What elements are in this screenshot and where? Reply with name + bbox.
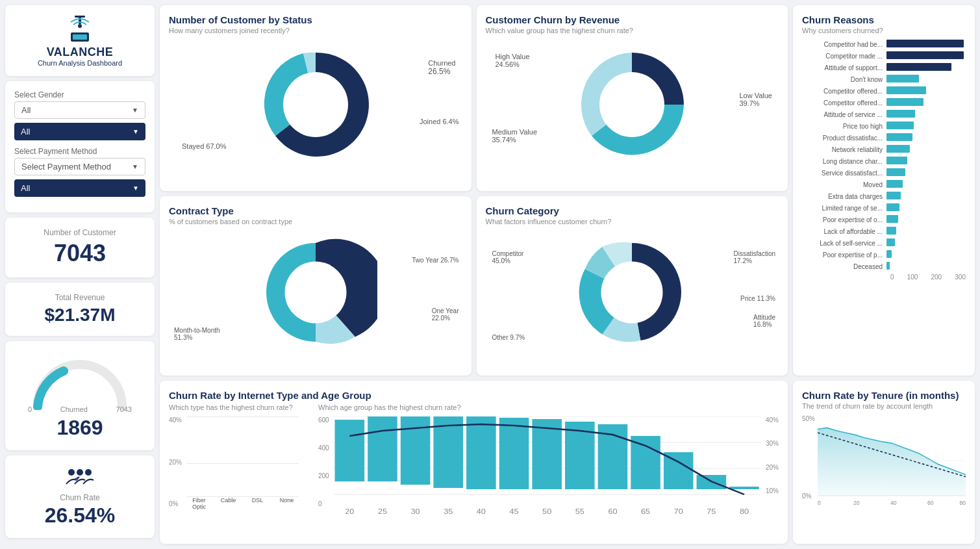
- joined-pct-label: Joined 6.4%: [420, 118, 459, 125]
- dissatisfaction-label: Dissatisfaction17.2%: [734, 250, 775, 264]
- bar-row: Price too high: [802, 121, 966, 131]
- bar-row: Poor expertise of p...: [802, 250, 966, 259]
- svg-rect-20: [466, 416, 496, 489]
- gauge-min: 0: [28, 405, 32, 413]
- grid-line-top: [187, 416, 299, 417]
- gauge-svg: [28, 351, 132, 410]
- churn-tenure-card: Churn Rate by Tenure (in months) The tre…: [793, 381, 975, 544]
- bar-row: Lack of affordable ...: [802, 227, 966, 236]
- gender-filter-label: Select Gender: [14, 90, 145, 99]
- logo-icon: [66, 14, 94, 43]
- bar-label: Poor expertise of o...: [802, 216, 886, 223]
- revenue-metric-card: Total Revenue $21.37M: [5, 283, 155, 336]
- contract-type-card: Contract Type % of customers based on co…: [160, 196, 471, 376]
- tenure-title: Churn Rate by Tenure (in months): [802, 390, 966, 401]
- bar-track: [886, 121, 966, 131]
- churn-rate-icon: [16, 466, 144, 493]
- bar-row: Network reliability: [802, 145, 966, 154]
- bar-fill: [886, 157, 907, 164]
- high-value-label: High Value24.56%: [496, 53, 530, 68]
- bar-fill: [886, 98, 923, 106]
- bar-track: [886, 227, 966, 236]
- grid-line-mid: [187, 463, 299, 464]
- bar-fill: [886, 121, 914, 129]
- svg-point-2: [78, 24, 82, 28]
- bar-fill: [886, 180, 903, 188]
- logo-card: VALANCHE Churn Analysis Dashboard: [5, 5, 155, 76]
- gender-value: All: [21, 105, 31, 115]
- stayed-pct-label: Stayed 67.0%: [182, 142, 227, 150]
- bar-row: Competitor made ...: [802, 51, 966, 60]
- bar-row: Attitude of service ...: [802, 110, 966, 119]
- bar-row: Competitor offered...: [802, 86, 966, 96]
- bar-row: Limited range of se...: [802, 203, 966, 212]
- payment-select-dark[interactable]: All ▼: [14, 179, 145, 197]
- bar-track: [886, 203, 966, 212]
- other-label: Other 9.7%: [492, 334, 525, 341]
- bar-fill: [886, 238, 895, 246]
- bar-fill: [886, 250, 892, 258]
- bar-row: Attitude of support...: [802, 63, 966, 72]
- churn-reasons-bars: Competitor had be...Competitor made ...A…: [802, 40, 966, 281]
- cable-label: Cable: [216, 497, 240, 510]
- one-year-label: One Year22.0%: [432, 307, 459, 322]
- revenue-label: Total Revenue: [16, 293, 144, 302]
- svg-point-7: [85, 469, 92, 476]
- churn-cat-subtitle: What factors influence customer churn?: [486, 218, 779, 225]
- bar-track: [886, 51, 966, 60]
- contract-title: Contract Type: [169, 205, 462, 216]
- bar-label: Competitor offered...: [802, 88, 886, 95]
- bar-label: Price too high: [802, 123, 886, 130]
- bar-label: Deceased: [802, 263, 886, 270]
- churn-category-card: Churn Category What factors influence cu…: [477, 196, 788, 376]
- churned-pct-label: Churned26.5%: [428, 59, 455, 76]
- bar-track: [886, 86, 966, 96]
- bar-label: Service dissatisfact...: [802, 170, 886, 177]
- bar-label: Extra data charges: [802, 193, 886, 200]
- gender-select[interactable]: All ▼: [14, 101, 145, 119]
- age-y-axis-left: 600 400 200 0: [318, 416, 331, 507]
- payment-label-text: Select Payment Method: [21, 162, 111, 172]
- gender-chevron-icon: ▼: [132, 107, 138, 114]
- bar-fill: [886, 51, 964, 59]
- payment-filter-label: Select Payment Method: [14, 147, 145, 156]
- svg-text:55: 55: [575, 508, 584, 515]
- churn-reasons-card: Churn Reasons Why customers churned? Com…: [793, 5, 975, 376]
- svg-rect-25: [631, 436, 660, 489]
- contract-donut: [254, 231, 377, 354]
- bar-label: Attitude of support...: [802, 64, 886, 71]
- bar-row: Poor expertise of o...: [802, 215, 966, 224]
- internet-bars-container: FiberOptic Cable DSL None: [187, 416, 299, 510]
- bar-row: Product dissatisfac...: [802, 133, 966, 142]
- internet-x-labels: FiberOptic Cable DSL None: [187, 497, 299, 510]
- customers-value: 7043: [16, 240, 144, 267]
- bar-row: Competitor had be...: [802, 40, 966, 49]
- bar-row: Long distance char...: [802, 157, 966, 166]
- tenure-subtitle: The trend of churn rate by account lengt…: [802, 402, 966, 410]
- customers-status-donut: [251, 40, 381, 170]
- gender-select-dark[interactable]: All ▼: [14, 123, 145, 140]
- svg-text:80: 80: [740, 508, 749, 515]
- bar-label: Poor expertise of p...: [802, 251, 886, 259]
- bar-fill: [886, 40, 964, 47]
- bar-fill: [886, 75, 919, 83]
- svg-rect-21: [499, 418, 529, 489]
- svg-text:40: 40: [890, 499, 897, 506]
- bar-track: [886, 180, 966, 189]
- bar-label: Lack of affordable ...: [802, 228, 886, 235]
- bar-track: [886, 168, 966, 177]
- month-month-label: Month-to-Month51.3%: [174, 327, 220, 341]
- bar-fill: [886, 168, 905, 176]
- churn-by-revenue-card: Customer Churn by Revenue Which value gr…: [477, 5, 788, 191]
- payment-select[interactable]: Select Payment Method ▼: [14, 158, 145, 175]
- bar-track: [886, 215, 966, 224]
- bar-row: Service dissatisfact...: [802, 168, 966, 177]
- svg-text:60: 60: [927, 499, 934, 506]
- svg-point-11: [601, 262, 663, 324]
- two-year-label: Two Year 26.7%: [412, 257, 459, 264]
- svg-text:0: 0: [818, 499, 821, 506]
- svg-text:25: 25: [378, 508, 387, 515]
- svg-text:60: 60: [608, 508, 617, 515]
- gender-all-value: All: [21, 127, 30, 136]
- dsl-label: DSL: [245, 497, 270, 510]
